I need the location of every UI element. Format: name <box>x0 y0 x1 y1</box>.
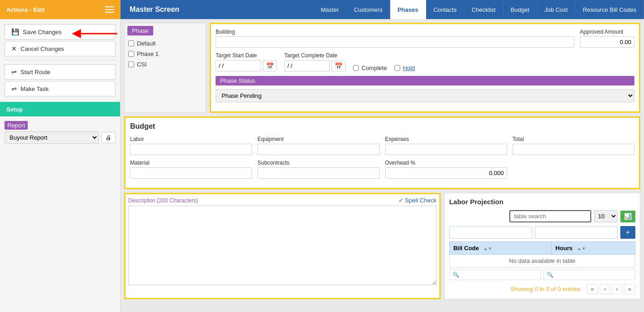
hours-col-header[interactable]: Hours ▲▼ <box>552 242 635 255</box>
lp-hours-input[interactable] <box>535 226 618 239</box>
target-start-field: Target Start Date 📅 <box>216 52 277 71</box>
phase1-checkbox[interactable] <box>128 51 134 57</box>
phase-tree-item-default[interactable]: Default <box>127 38 203 49</box>
approved-amount-label: Approved Amount <box>580 29 634 35</box>
target-complete-label: Target Complete Date <box>284 52 346 59</box>
expenses-input[interactable] <box>385 144 507 155</box>
subcontracts-input[interactable] <box>257 167 379 179</box>
no-data-text: No data available in table <box>449 255 635 267</box>
overhead-label: Overhead % <box>385 160 507 166</box>
budget-section: Budget Labor Equipment Expenses Total <box>124 116 640 189</box>
equipment-field: Equipment <box>257 136 379 155</box>
lp-input-row: + <box>449 226 635 239</box>
overhead-input[interactable] <box>385 167 507 179</box>
page-first-button[interactable]: « <box>587 284 598 294</box>
tab-resource-bill-codes[interactable]: Resource Bill Codes <box>575 0 644 19</box>
budget-spacer <box>513 160 634 179</box>
tab-jobcost[interactable]: Job Cost <box>537 0 575 19</box>
tab-budget[interactable]: Budget <box>503 0 537 19</box>
labor-input[interactable] <box>130 144 252 155</box>
target-complete-input[interactable] <box>284 60 330 71</box>
phase-tree-panel: Phase Default Phase 1 CSI <box>124 23 206 113</box>
lp-add-button[interactable]: + <box>620 226 635 239</box>
setup-content: Report Buyout Report 🖨 <box>0 116 120 148</box>
tab-contacts[interactable]: Contacts <box>426 0 464 19</box>
subcontracts-field: Subcontracts <box>257 160 379 179</box>
pagination-info: Showing 0 to 0 of 0 entries <box>510 286 580 292</box>
tab-phases[interactable]: Phases <box>390 0 426 19</box>
description-panel: Description (200 Characters) ✓ Spell Che… <box>124 193 441 299</box>
no-data-row: No data available in table <box>449 255 635 267</box>
target-start-date: 📅 <box>216 60 277 71</box>
bill-code-col-header[interactable]: Bill Code ▲▼ <box>449 242 552 255</box>
save-changes-label: Save Changes <box>23 29 61 35</box>
lp-export-button[interactable]: 📊 <box>620 211 635 222</box>
expenses-field: Expenses <box>385 136 507 155</box>
phase-status-badge: Phase Status <box>216 76 634 86</box>
spell-check-button[interactable]: ✓ Spell Check <box>398 197 437 204</box>
total-field: Total <box>513 136 634 155</box>
print-button[interactable]: 🖨 <box>101 132 116 143</box>
budget-title: Budget <box>130 122 634 131</box>
hold-checkbox[interactable] <box>394 65 400 71</box>
tab-checklist[interactable]: Checklist <box>464 0 503 19</box>
bottom-row: Description (200 Characters) ✓ Spell Che… <box>124 193 640 299</box>
page-next-button[interactable]: › <box>612 284 622 294</box>
tab-master[interactable]: Master <box>314 0 347 19</box>
tab-customers[interactable]: Customers <box>347 0 390 19</box>
budget-row-2: Material Subcontracts Overhead % <box>130 160 634 179</box>
target-complete-date: 📅 <box>284 60 346 71</box>
phase-tree-item-csi[interactable]: CSI <box>127 59 203 70</box>
labor-label: Labor <box>130 136 252 142</box>
report-badge: Report <box>5 121 28 130</box>
target-start-calendar-icon[interactable]: 📅 <box>263 60 277 71</box>
nav-tabs: Master Customers Phases Contacts Checkli… <box>314 0 644 19</box>
make-task-label: Make Task <box>20 86 49 92</box>
lp-bill-code-input[interactable] <box>449 226 532 239</box>
sidebar: 💾 Save Changes ✕ Cancel Changes ⇌ Start … <box>0 19 121 312</box>
lp-footer-search-1[interactable] <box>449 269 541 280</box>
building-input[interactable] <box>216 36 574 48</box>
phase-badge: Phase <box>127 26 153 35</box>
table-search-input[interactable] <box>509 210 591 222</box>
equipment-input[interactable] <box>257 144 379 155</box>
report-row: Buyout Report 🖨 <box>5 131 116 144</box>
approved-amount-input[interactable] <box>580 36 634 48</box>
phase-default-checkbox[interactable] <box>128 40 134 46</box>
save-icon: 💾 <box>11 28 19 35</box>
lp-count-select[interactable]: 10 25 50 100 <box>594 210 618 222</box>
hamburger-icon[interactable] <box>105 6 114 13</box>
material-label: Material <box>130 160 252 166</box>
page-prev-button[interactable]: ‹ <box>600 284 610 294</box>
lp-footer-row <box>449 269 635 280</box>
complete-checkbox-label[interactable]: Complete <box>353 65 387 71</box>
save-changes-button[interactable]: 💾 Save Changes <box>5 24 116 40</box>
phase-details-panel: Building Approved Amount Target Start Da… <box>210 23 640 113</box>
main-content: Phase Default Phase 1 CSI <box>121 19 644 312</box>
description-textarea[interactable] <box>128 206 437 285</box>
phase-tree-item-phase1[interactable]: Phase 1 <box>127 49 203 59</box>
lp-footer-search-2[interactable] <box>543 269 635 280</box>
total-input[interactable] <box>513 144 634 155</box>
phase-row-3: Phase Status Phase Pending Active Comple… <box>216 76 634 102</box>
cancel-changes-label: Cancel Changes <box>20 45 64 52</box>
csi-checkbox[interactable] <box>128 61 134 67</box>
target-start-label: Target Start Date <box>216 52 277 59</box>
cancel-changes-button[interactable]: ✕ Cancel Changes <box>5 41 116 56</box>
setup-header: Setup <box>0 102 120 116</box>
complete-checkbox[interactable] <box>353 65 359 71</box>
page-last-button[interactable]: » <box>624 284 635 294</box>
target-start-input[interactable] <box>216 60 261 71</box>
overhead-field: Overhead % <box>385 160 507 179</box>
target-complete-calendar-icon[interactable]: 📅 <box>332 60 346 71</box>
make-task-button[interactable]: ⇌ Make Task <box>5 81 116 96</box>
report-select[interactable]: Buyout Report <box>5 131 99 144</box>
start-route-button[interactable]: ⇌ Start Route <box>5 64 116 80</box>
hold-checkbox-label[interactable]: Hold <box>394 65 415 71</box>
labor-field: Labor <box>130 136 252 155</box>
hours-sort-icon[interactable]: ▲▼ <box>577 246 586 251</box>
bill-code-sort-icon[interactable]: ▲▼ <box>483 246 493 251</box>
phase-top: Phase Default Phase 1 CSI <box>124 23 640 113</box>
material-input[interactable] <box>130 167 252 179</box>
phase-status-select[interactable]: Phase Pending Active Complete On Hold <box>216 89 634 102</box>
